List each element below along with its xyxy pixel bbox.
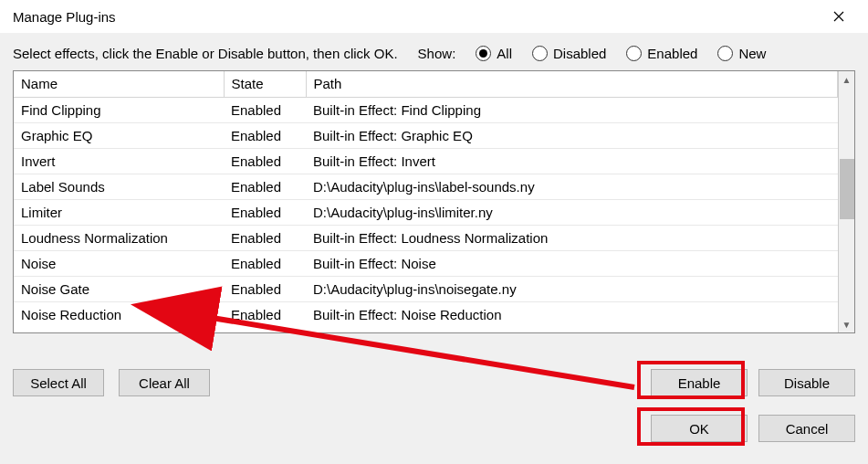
manage-plugins-window: { "title": "Manage Plug-ins", "instructi… <box>0 0 868 464</box>
cell-state: Enabled <box>224 276 306 301</box>
cell-path: Built-in Effect: Find Clipping <box>306 97 838 122</box>
cell-name: Noise Reduction <box>14 301 224 327</box>
cell-path: D:\Audacity\plug-ins\noisegate.ny <box>306 276 838 301</box>
enable-button[interactable]: Enable <box>651 369 748 396</box>
disable-button[interactable]: Disable <box>758 369 855 396</box>
table-row[interactable]: Label SoundsEnabledD:\Audacity\plug-ins\… <box>14 174 838 199</box>
cell-name: Label Sounds <box>14 174 224 199</box>
radio-icon <box>626 46 642 61</box>
state-buttons: Enable Disable <box>651 369 855 396</box>
filter-new-radio[interactable]: New <box>717 46 766 61</box>
scroll-down-icon[interactable]: ▼ <box>839 316 854 332</box>
cell-state: Enabled <box>224 225 306 250</box>
scroll-thumb[interactable] <box>840 159 854 219</box>
show-label: Show: <box>418 46 456 61</box>
column-header-state[interactable]: State <box>224 71 306 97</box>
radio-icon <box>717 46 733 61</box>
cell-path: Built-in Effect: Invert <box>306 148 838 174</box>
cell-path: D:\Audacity\plug-ins\label-sounds.ny <box>306 174 838 199</box>
table-row[interactable]: LimiterEnabledD:\Audacity\plug-ins\limit… <box>14 199 838 225</box>
table-row[interactable]: Noise GateEnabledD:\Audacity\plug-ins\no… <box>14 276 838 301</box>
radio-icon <box>532 46 548 61</box>
table-row[interactable]: Find ClippingEnabledBuilt-in Effect: Fin… <box>14 97 838 122</box>
table-row[interactable]: Noise ReductionEnabledBuilt-in Effect: N… <box>14 301 838 327</box>
filter-new-label: New <box>738 46 766 61</box>
titlebar: Manage Plug-ins <box>0 0 868 33</box>
cell-name: Invert <box>14 148 224 174</box>
plugin-list[interactable]: Name State Path Find ClippingEnabledBuil… <box>13 70 855 333</box>
show-filter-group: All Disabled Enabled New <box>476 46 766 61</box>
table-row[interactable]: Loudness NormalizationEnabledBuilt-in Ef… <box>14 225 838 250</box>
close-button[interactable] <box>819 0 859 33</box>
table-row[interactable]: InvertEnabledBuilt-in Effect: Invert <box>14 148 838 174</box>
filter-enabled-label: Enabled <box>647 46 697 61</box>
filter-disabled-label: Disabled <box>553 46 606 61</box>
filter-disabled-radio[interactable]: Disabled <box>532 46 606 61</box>
cell-name: Graphic EQ <box>14 122 224 148</box>
radio-icon <box>476 46 491 61</box>
window-title: Manage Plug-ins <box>13 9 116 25</box>
cell-path: Built-in Effect: Noise Reduction <box>306 301 838 327</box>
cell-path: D:\Audacity\plug-ins\limiter.ny <box>306 199 838 225</box>
cell-state: Enabled <box>224 148 306 174</box>
cell-state: Enabled <box>224 97 306 122</box>
cell-name: Noise <box>14 250 224 276</box>
table-row[interactable]: NoiseEnabledBuilt-in Effect: Noise <box>14 250 838 276</box>
select-all-button[interactable]: Select All <box>13 369 104 396</box>
cell-state: Enabled <box>224 250 306 276</box>
cell-path: Built-in Effect: Graphic EQ <box>306 122 838 148</box>
scroll-up-icon[interactable]: ▲ <box>839 71 854 88</box>
selection-buttons: Select All Clear All <box>13 369 210 396</box>
clear-all-button[interactable]: Clear All <box>119 369 210 396</box>
cell-name: Noise Gate <box>14 276 224 301</box>
ok-button[interactable]: OK <box>651 415 748 442</box>
filter-all-label: All <box>497 46 512 61</box>
filter-enabled-radio[interactable]: Enabled <box>626 46 697 61</box>
close-icon <box>833 11 844 22</box>
cell-path: Built-in Effect: Loudness Normalization <box>306 225 838 250</box>
cancel-button[interactable]: Cancel <box>758 415 855 442</box>
plugin-table: Name State Path Find ClippingEnabledBuil… <box>14 71 838 327</box>
cell-state: Enabled <box>224 174 306 199</box>
filter-all-radio[interactable]: All <box>476 46 512 61</box>
column-header-name[interactable]: Name <box>14 71 224 97</box>
cell-state: Enabled <box>224 122 306 148</box>
cell-state: Enabled <box>224 199 306 225</box>
filter-row: Select effects, click the Enable or Disa… <box>0 33 868 70</box>
cell-name: Find Clipping <box>14 97 224 122</box>
cell-name: Loudness Normalization <box>14 225 224 250</box>
cell-name: Limiter <box>14 199 224 225</box>
vertical-scrollbar[interactable]: ▲ ▼ <box>838 71 854 332</box>
cell-path: Built-in Effect: Noise <box>306 250 838 276</box>
cell-state: Enabled <box>224 301 306 327</box>
table-row[interactable]: Graphic EQEnabledBuilt-in Effect: Graphi… <box>14 122 838 148</box>
dialog-buttons: OK Cancel <box>651 415 855 442</box>
instruction-text: Select effects, click the Enable or Disa… <box>13 46 398 61</box>
column-header-path[interactable]: Path <box>306 71 838 97</box>
